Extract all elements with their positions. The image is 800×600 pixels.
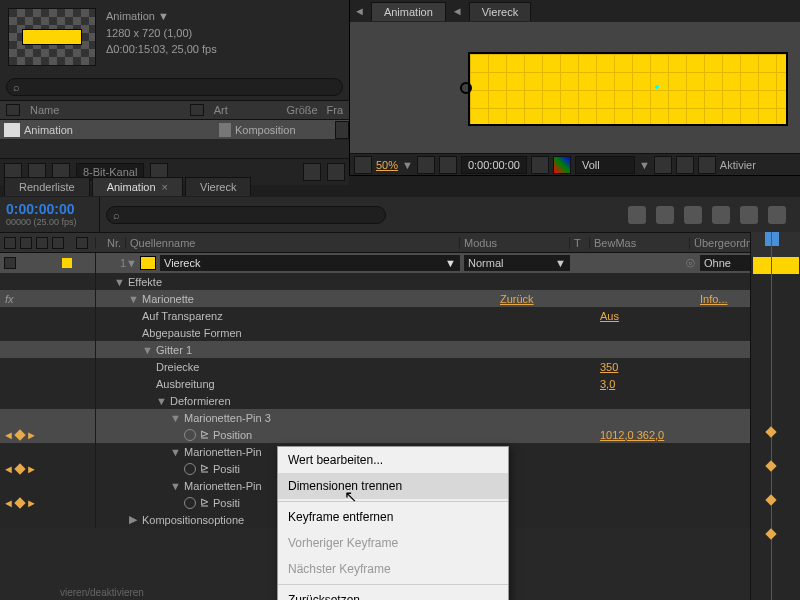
viewer-tab-animation[interactable]: Animation: [371, 2, 446, 21]
comp-name: Animation ▼: [106, 8, 217, 25]
tab-animation[interactable]: Animation×: [92, 177, 183, 196]
col-mode[interactable]: Modus: [460, 237, 570, 249]
folder-icon: [219, 123, 231, 137]
prop-puppet[interactable]: fx▼MarionetteZurückInfo...: [0, 290, 800, 307]
comp-duration: Δ0:00:15:03, 25,00 fps: [106, 41, 217, 58]
blend-mode-dropdown[interactable]: Normal▼: [464, 255, 570, 271]
tl-option1-icon[interactable]: [628, 206, 646, 224]
lock-icon[interactable]: [52, 237, 64, 249]
viewer-grid-icon[interactable]: [354, 156, 372, 174]
prop-expansion[interactable]: Ausbreitung3,0: [0, 375, 800, 392]
row-menu-icon[interactable]: [335, 121, 349, 139]
tl-option4-icon[interactable]: [712, 206, 730, 224]
ctx-next-keyframe: Nächster Keyframe: [278, 556, 508, 582]
project-search-input[interactable]: ⌕: [6, 78, 343, 96]
puppet-pin-selected-icon[interactable]: [650, 80, 662, 92]
twirl-icon[interactable]: ▼: [126, 257, 136, 269]
col-type[interactable]: Art: [208, 104, 234, 116]
quality-dropdown[interactable]: Voll: [575, 156, 635, 174]
prop-pin3-position[interactable]: ◄►⊵Position1012,0 362,0: [0, 426, 800, 443]
prop-effects[interactable]: ▼Effekte: [0, 273, 800, 290]
reset-link[interactable]: Zurück: [500, 293, 700, 305]
viewer-extra1-icon[interactable]: [654, 156, 672, 174]
composition-thumbnail[interactable]: [8, 8, 96, 66]
cti-icon[interactable]: [765, 232, 779, 246]
puppet-pin-icon[interactable]: [460, 82, 472, 94]
timeline-search-input[interactable]: ⌕: [106, 206, 386, 224]
ctx-prev-keyframe: Vorheriger Keyframe: [278, 530, 508, 556]
label-col-icon[interactable]: [76, 237, 88, 249]
timeline-tabs: Renderliste Animation× Viereck: [0, 175, 800, 197]
search-toggle-icon[interactable]: [303, 163, 321, 181]
ctx-separate-dimensions[interactable]: Dimensionen trennen: [278, 473, 508, 499]
layer-number: 1: [96, 257, 126, 269]
keyframe-marker[interactable]: [765, 426, 776, 437]
comp-dimensions: 1280 x 720 (1,00): [106, 25, 217, 42]
stopwatch-icon[interactable]: [184, 429, 196, 441]
col-fra[interactable]: Fra: [321, 104, 350, 116]
zoom-dropdown[interactable]: 50%: [376, 159, 398, 171]
project-item-animation[interactable]: Animation Komposition: [0, 120, 349, 140]
keyframe-icon[interactable]: [14, 497, 25, 508]
stopwatch-icon[interactable]: [184, 497, 196, 509]
viewer-toolbar: 50% ▼ 0:00:00:00 Voll ▼ Aktivier: [350, 153, 800, 175]
keyframe-marker[interactable]: [765, 494, 776, 505]
prop-transparency[interactable]: Auf TransparenzAus: [0, 307, 800, 324]
keyframe-icon[interactable]: [14, 429, 25, 440]
composition-viewer-panel: ◄ Animation ◄ Viereck 50% ▼ 0:00:00:00 V…: [350, 0, 800, 175]
ctx-remove-keyframe[interactable]: Keyframe entfernen: [278, 504, 508, 530]
prop-mesh[interactable]: ▼Gitter 1: [0, 341, 800, 358]
flowchart-icon[interactable]: [327, 163, 345, 181]
composition-viewport[interactable]: [350, 22, 800, 153]
tl-option6-icon[interactable]: [768, 206, 786, 224]
eye-icon[interactable]: [4, 237, 16, 249]
activate-label: Aktivier: [720, 159, 756, 171]
prop-deform[interactable]: ▼Deformieren: [0, 392, 800, 409]
col-source[interactable]: Quellenname: [126, 237, 460, 249]
viewer-timecode[interactable]: 0:00:00:00: [461, 156, 527, 174]
tab-renderliste[interactable]: Renderliste: [4, 177, 90, 196]
speaker-icon[interactable]: [20, 237, 32, 249]
snapshot-icon[interactable]: [531, 156, 549, 174]
viewer-3d-icon[interactable]: [698, 156, 716, 174]
tl-option3-icon[interactable]: [684, 206, 702, 224]
keyframe-marker[interactable]: [765, 460, 776, 471]
col-t[interactable]: T: [570, 237, 590, 249]
timeline-track-area[interactable]: [750, 232, 800, 600]
visibility-toggle[interactable]: [4, 257, 16, 269]
context-menu: Wert bearbeiten... Dimensionen trennen K…: [277, 446, 509, 600]
viewer-extra2-icon[interactable]: [676, 156, 694, 174]
layer-name-dropdown[interactable]: Viereck▼: [160, 255, 460, 271]
solo-icon[interactable]: [36, 237, 48, 249]
current-timecode[interactable]: 0:00:00:00: [6, 201, 93, 217]
keyframe-icon[interactable]: [14, 463, 25, 474]
layer-bar[interactable]: [753, 257, 799, 274]
fx-icon[interactable]: fx: [3, 293, 21, 305]
col-size[interactable]: Größe: [281, 104, 321, 116]
layer-type-icon: [140, 256, 156, 270]
prop-paused-shapes[interactable]: Abgepauste Formen: [0, 324, 800, 341]
viewer-tab-viereck[interactable]: Viereck: [469, 2, 531, 21]
viewer-roi-icon[interactable]: [439, 156, 457, 174]
ctx-edit-value[interactable]: Wert bearbeiten...: [278, 447, 508, 473]
keyframe-marker[interactable]: [765, 528, 776, 539]
ctx-reset[interactable]: Zurücksetzen: [278, 587, 508, 600]
layer-color-swatch[interactable]: [62, 258, 72, 268]
close-icon[interactable]: ×: [162, 181, 168, 193]
tl-option5-icon[interactable]: [740, 206, 758, 224]
channel-icon[interactable]: [553, 156, 571, 174]
col-nr[interactable]: Nr.: [96, 237, 126, 249]
col-bewmas[interactable]: BewMas: [590, 237, 690, 249]
composition-icon: [4, 123, 20, 137]
tl-option2-icon[interactable]: [656, 206, 674, 224]
col-name[interactable]: Name: [24, 104, 65, 116]
prop-triangles[interactable]: Dreiecke350: [0, 358, 800, 375]
layer-viereck-shape[interactable]: [468, 52, 788, 126]
tab-viereck[interactable]: Viereck: [185, 177, 251, 196]
layer-row-viereck[interactable]: 1 ▼ Viereck▼ Normal▼ ⦾ Ohne▼: [0, 253, 800, 273]
stopwatch-icon[interactable]: [184, 463, 196, 475]
prop-pin3[interactable]: ▼Marionetten-Pin 3: [0, 409, 800, 426]
viewer-res-icon[interactable]: [417, 156, 435, 174]
timecode-frames: 00000 (25.00 fps): [6, 217, 93, 227]
status-text: vieren/deaktivieren: [60, 587, 144, 598]
